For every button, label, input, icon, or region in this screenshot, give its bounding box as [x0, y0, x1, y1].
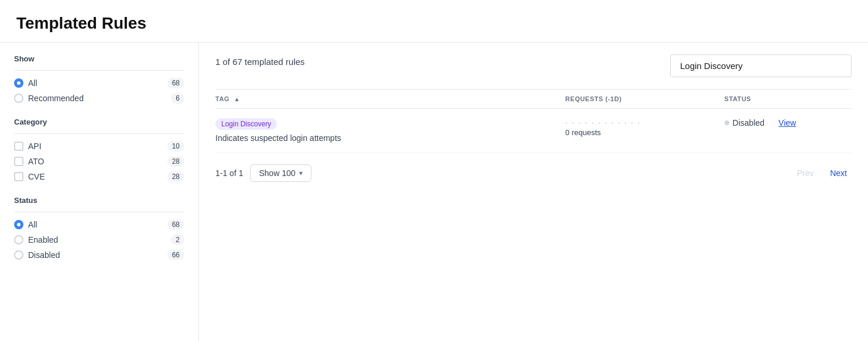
- show-recommended-radio[interactable]: [14, 94, 23, 103]
- pagination-bar: 1-1 of 1 Show 100 ▾ Prev Next: [215, 164, 852, 182]
- status-enabled-badge: 2: [171, 235, 184, 245]
- main-content: Show All 68 Recommended 6: [0, 43, 868, 341]
- status-text: Disabled: [733, 118, 764, 128]
- category-api-checkbox[interactable]: [14, 142, 23, 151]
- category-divider: [14, 133, 184, 134]
- status-enabled-radio[interactable]: [14, 235, 23, 244]
- show-all-label: All: [28, 78, 37, 88]
- col-header-requests: REQUESTS (-1D): [565, 89, 725, 109]
- show-all-radio[interactable]: [14, 78, 23, 88]
- col-tag-label: TAG: [215, 95, 229, 102]
- category-ato-item[interactable]: ATO 28: [14, 156, 184, 167]
- sort-arrow-icon: ▲: [234, 96, 240, 102]
- show-divider: [14, 70, 184, 71]
- show-section-title: Show: [14, 54, 184, 63]
- show-select[interactable]: Show 100 ▾: [250, 164, 311, 182]
- show-all-item[interactable]: All 68: [14, 78, 184, 88]
- category-api-label: API: [28, 142, 42, 151]
- category-cve-label: CVE: [28, 172, 45, 181]
- category-cve-badge: 28: [167, 171, 184, 182]
- category-cve-label-group: CVE: [14, 172, 45, 181]
- category-api-label-group: API: [14, 142, 42, 151]
- next-button[interactable]: Next: [825, 166, 852, 180]
- page-header: Templated Rules: [0, 0, 868, 43]
- status-all-label: All: [28, 220, 37, 229]
- status-section-title: Status: [14, 196, 184, 205]
- show-select-label: Show 100: [259, 168, 295, 178]
- status-all-radio[interactable]: [14, 220, 23, 229]
- chevron-down-icon: ▾: [299, 169, 303, 177]
- status-all-label-group: All: [14, 220, 37, 229]
- table-header-row: TAG ▲ REQUESTS (-1D) STATUS: [215, 89, 852, 109]
- content-header: 1 of 67 templated rules: [215, 54, 852, 77]
- category-cve-checkbox[interactable]: [14, 172, 23, 181]
- rule-description: Indicates suspected login attempts: [215, 133, 565, 143]
- sidebar: Show All 68 Recommended 6: [0, 43, 199, 341]
- category-ato-badge: 28: [167, 156, 184, 167]
- show-filter-section: Show All 68 Recommended 6: [14, 54, 184, 104]
- status-disabled-radio[interactable]: [14, 250, 23, 260]
- prev-button[interactable]: Prev: [792, 166, 818, 180]
- status-cell: Disabled View: [725, 109, 852, 153]
- col-header-tag: TAG ▲: [215, 89, 565, 109]
- status-filter-section: Status All 68 Enabled 2: [14, 196, 184, 260]
- status-enabled-item[interactable]: Enabled 2: [14, 235, 184, 245]
- page-wrapper: Templated Rules Show All 68: [0, 0, 868, 341]
- category-ato-label: ATO: [28, 157, 44, 166]
- col-requests-label: REQUESTS (-1D): [565, 95, 622, 102]
- status-disabled-label-group: Disabled: [14, 250, 60, 260]
- col-status-label: STATUS: [725, 95, 752, 102]
- tag-badge: Login Discovery: [215, 118, 277, 130]
- show-recommended-item[interactable]: Recommended 6: [14, 93, 184, 104]
- status-divider: [14, 212, 184, 212]
- status-enabled-label: Enabled: [28, 235, 58, 244]
- status-disabled-badge: 66: [167, 250, 184, 260]
- show-all-label-group: All: [14, 78, 37, 88]
- category-ato-checkbox[interactable]: [14, 157, 23, 166]
- show-recommended-label: Recommended: [28, 94, 84, 103]
- search-input[interactable]: [670, 54, 852, 77]
- col-header-status: STATUS: [725, 89, 852, 109]
- view-link-button[interactable]: View: [778, 118, 796, 128]
- status-disabled-label: Disabled: [28, 250, 60, 260]
- rules-table: TAG ▲ REQUESTS (-1D) STATUS: [215, 89, 852, 153]
- status-disabled-item[interactable]: Disabled 66: [14, 250, 184, 260]
- pagination-info: 1-1 of 1: [215, 168, 243, 178]
- page-title: Templated Rules: [16, 14, 852, 33]
- requests-count: 0 requests: [565, 128, 725, 137]
- show-recommended-label-group: Recommended: [14, 94, 84, 103]
- pagination-right: Prev Next: [792, 166, 852, 180]
- content-area: 1 of 67 templated rules TAG ▲ REQUESTS (…: [199, 43, 868, 341]
- table-row: Login Discovery Indicates suspected logi…: [215, 109, 852, 153]
- pagination-left: 1-1 of 1 Show 100 ▾: [215, 164, 311, 182]
- status-group: Disabled View: [725, 118, 852, 128]
- requests-cell: · · · · · · · · · · · · 0 requests: [565, 109, 725, 153]
- category-filter-section: Category API 10 ATO 28: [14, 118, 184, 182]
- results-count: 1 of 67 templated rules: [215, 54, 305, 67]
- status-all-badge: 68: [167, 219, 184, 230]
- status-dot-icon: [725, 120, 729, 125]
- category-api-item[interactable]: API 10: [14, 141, 184, 151]
- category-cve-item[interactable]: CVE 28: [14, 171, 184, 182]
- requests-dots: · · · · · · · · · · · ·: [565, 118, 725, 127]
- category-ato-label-group: ATO: [14, 157, 44, 166]
- status-all-item[interactable]: All 68: [14, 219, 184, 230]
- tag-cell: Login Discovery Indicates suspected logi…: [215, 109, 565, 153]
- status-indicator: Disabled: [725, 118, 764, 128]
- category-api-badge: 10: [167, 141, 184, 151]
- category-section-title: Category: [14, 118, 184, 126]
- status-enabled-label-group: Enabled: [14, 235, 58, 244]
- show-all-badge: 68: [167, 78, 184, 88]
- table-body: Login Discovery Indicates suspected logi…: [215, 109, 852, 153]
- show-recommended-badge: 6: [171, 93, 184, 104]
